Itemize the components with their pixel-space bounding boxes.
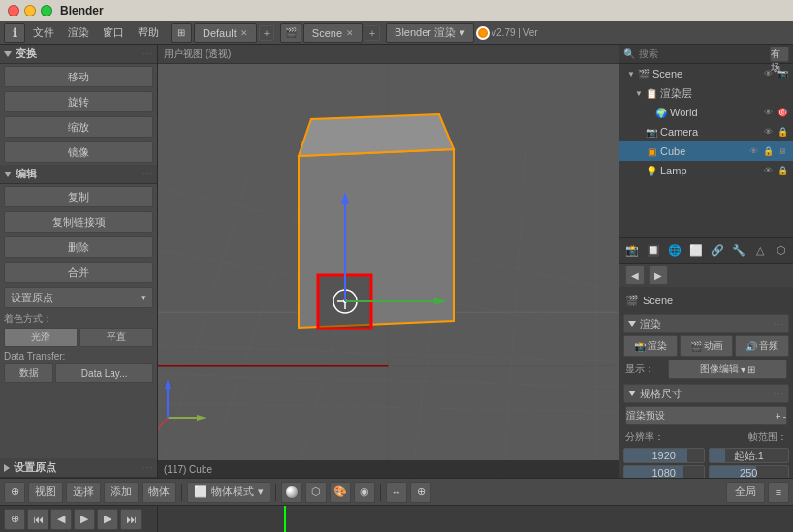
mode-selector[interactable]: ⬜ 物体模式 ▾ bbox=[187, 482, 270, 503]
preset-remove-icon[interactable]: - bbox=[783, 411, 786, 422]
pivot-point-btn[interactable]: ⊕ bbox=[410, 482, 431, 503]
workspace-close[interactable]: ✕ bbox=[240, 28, 248, 38]
info-button[interactable]: ℹ bbox=[4, 23, 25, 43]
props-nav-left[interactable]: ◀ bbox=[625, 266, 645, 285]
duplicate-linked-button[interactable]: 复制链接项 bbox=[4, 211, 153, 233]
join-button[interactable]: 合并 bbox=[4, 262, 153, 283]
scene-eye-icon[interactable]: 👁 bbox=[761, 67, 775, 80]
minimize-button[interactable] bbox=[24, 5, 36, 16]
frame-end-input[interactable]: 250 bbox=[709, 465, 790, 478]
scene-props-icon[interactable]: 🔲 bbox=[643, 240, 663, 262]
shading-render-btn[interactable]: 🎨 bbox=[330, 482, 351, 503]
resolution-section-header[interactable]: 规格尺寸 ··· bbox=[623, 384, 789, 403]
layer-toggle-btn[interactable]: ≡ bbox=[768, 482, 789, 503]
display-mode-button[interactable]: 图像编辑 ▾ ⊞ bbox=[668, 360, 787, 379]
outliner-item-camera[interactable]: 📷 Camera 👁 🔒 bbox=[619, 122, 793, 141]
duplicate-button[interactable]: 复制 bbox=[4, 186, 153, 207]
select-menu[interactable]: 选择 bbox=[66, 482, 101, 503]
outliner-item-cube[interactable]: ▣ Cube 👁 🔒 🖥 bbox=[619, 141, 793, 161]
world-cam-icon[interactable]: 🎯 bbox=[776, 106, 789, 119]
viewport-type-icon[interactable]: ⊕ bbox=[4, 482, 25, 503]
scale-button[interactable]: 缩放 bbox=[4, 116, 153, 138]
scene-camera-icon[interactable]: 📷 bbox=[776, 67, 789, 80]
timeline-type-icon[interactable]: ⊕ bbox=[4, 509, 25, 530]
modifier-props-icon[interactable]: 🔧 bbox=[728, 240, 748, 262]
viewport[interactable]: 用户视图 (透视) bbox=[158, 45, 619, 478]
menu-help[interactable]: 帮助 bbox=[132, 23, 165, 43]
outliner-filter-button[interactable]: 所有场 bbox=[770, 47, 789, 62]
play-back-button[interactable]: ⏮ bbox=[27, 509, 48, 530]
scene-icon[interactable]: 🎬 bbox=[280, 23, 301, 43]
data-layer-button[interactable]: Data Lay... bbox=[55, 363, 153, 383]
delete-button[interactable]: 删除 bbox=[4, 236, 153, 258]
scene-close[interactable]: ✕ bbox=[346, 28, 354, 38]
transform-manipulator-btn[interactable]: ↔ bbox=[386, 482, 407, 503]
lamp-lock-icon[interactable]: 🔒 bbox=[776, 164, 789, 177]
animation-button[interactable]: 🎬 动画 bbox=[680, 335, 734, 357]
shading-solid-btn[interactable] bbox=[281, 482, 302, 503]
transform-section-header[interactable]: 变换 ··· bbox=[0, 45, 157, 64]
cube-eye-icon[interactable]: 👁 bbox=[746, 144, 760, 158]
scene-expand-icon[interactable]: ▼ bbox=[627, 70, 635, 78]
layout-icon[interactable]: ⊞ bbox=[171, 23, 192, 43]
window-controls[interactable] bbox=[8, 5, 52, 16]
camera-lock-icon[interactable]: 🔒 bbox=[776, 125, 789, 139]
prev-frame-button[interactable]: ◀ bbox=[50, 509, 72, 530]
play-button[interactable]: ▶ bbox=[74, 509, 95, 530]
smooth-button[interactable]: 光滑 bbox=[4, 328, 78, 347]
rotate-button[interactable]: 旋转 bbox=[4, 91, 153, 112]
global-button[interactable]: 全局 bbox=[726, 482, 765, 503]
frame-start-input[interactable]: 起始:1 bbox=[709, 448, 790, 463]
outliner-item-world[interactable]: 🌍 World 👁 🎯 bbox=[619, 103, 793, 122]
render-engine-selector[interactable]: Blender 渲染 ▾ bbox=[386, 23, 474, 43]
data-props-icon[interactable]: △ bbox=[749, 240, 770, 262]
mirror-button[interactable]: 镜像 bbox=[4, 141, 153, 163]
menu-window[interactable]: 窗口 bbox=[97, 23, 130, 43]
render-preset-button[interactable]: 渲染预设 + - bbox=[625, 406, 787, 425]
timeline-track[interactable] bbox=[158, 506, 793, 532]
object-menu[interactable]: 物体 bbox=[142, 482, 176, 503]
props-nav-right[interactable]: ▶ bbox=[649, 266, 668, 285]
camera-eye-icon[interactable]: 👁 bbox=[761, 125, 775, 139]
set-origin-button[interactable]: 设置原点 ▾ bbox=[4, 287, 153, 308]
play-forward-button[interactable]: ⏭ bbox=[120, 509, 142, 530]
bottom-section-header[interactable]: 设置原点 ··· bbox=[0, 458, 157, 478]
height-input[interactable]: 1080 bbox=[623, 465, 705, 478]
workspace-tab[interactable]: Default ✕ bbox=[194, 23, 257, 43]
object-props-icon[interactable]: ⬜ bbox=[685, 240, 706, 262]
shading-wire-btn[interactable]: ⬡ bbox=[305, 482, 327, 503]
render-button[interactable]: 📸 渲染 bbox=[623, 335, 678, 357]
menu-render[interactable]: 渲染 bbox=[62, 23, 95, 43]
flat-button[interactable]: 平直 bbox=[79, 328, 153, 347]
add-menu[interactable]: 添加 bbox=[104, 482, 139, 503]
view-menu[interactable]: 视图 bbox=[28, 482, 63, 503]
close-button[interactable] bbox=[8, 5, 19, 16]
next-frame-button[interactable]: ▶ bbox=[97, 509, 118, 530]
edit-section-header[interactable]: 编辑 ··· bbox=[0, 165, 157, 184]
menu-file[interactable]: 文件 bbox=[27, 23, 60, 43]
preset-add-icon[interactable]: + bbox=[776, 411, 781, 422]
renderlayer-expand-icon[interactable]: ▼ bbox=[635, 89, 643, 97]
material-props-icon[interactable]: ⬡ bbox=[771, 240, 791, 262]
add-workspace-button[interactable]: + bbox=[259, 25, 274, 41]
shading-material-btn[interactable]: ◉ bbox=[354, 482, 375, 503]
render-props-icon[interactable]: 📸 bbox=[621, 240, 642, 262]
lamp-eye-icon[interactable]: 👁 bbox=[761, 164, 775, 177]
move-button[interactable]: 移动 bbox=[4, 66, 153, 87]
timeline[interactable]: ⊕ ⏮ ◀ ▶ ▶ ⏭ bbox=[0, 505, 793, 532]
add-scene-button[interactable]: + bbox=[365, 25, 380, 41]
scene-tab[interactable]: Scene ✕ bbox=[303, 23, 363, 43]
cube-render-icon[interactable]: 🖥 bbox=[776, 144, 789, 158]
world-eye-icon[interactable]: 👁 bbox=[761, 106, 775, 119]
outliner-item-renderlayer[interactable]: ▼ 📋 渲染层 bbox=[619, 83, 793, 103]
maximize-button[interactable] bbox=[41, 5, 52, 16]
render-section-header[interactable]: 渲染 ··· bbox=[623, 314, 789, 333]
outliner-item-lamp[interactable]: 💡 Lamp 👁 🔒 bbox=[619, 161, 793, 180]
world-props-icon[interactable]: 🌐 bbox=[664, 240, 684, 262]
cube-lock-icon[interactable]: 🔒 bbox=[761, 144, 775, 158]
outliner-item-scene[interactable]: ▼ 🎬 Scene 👁 📷 bbox=[619, 64, 793, 83]
audio-button[interactable]: 🔊 音频 bbox=[735, 335, 789, 357]
constraint-props-icon[interactable]: 🔗 bbox=[707, 240, 727, 262]
width-input[interactable]: 1920 bbox=[623, 448, 705, 463]
data-button[interactable]: 数据 bbox=[4, 363, 53, 383]
